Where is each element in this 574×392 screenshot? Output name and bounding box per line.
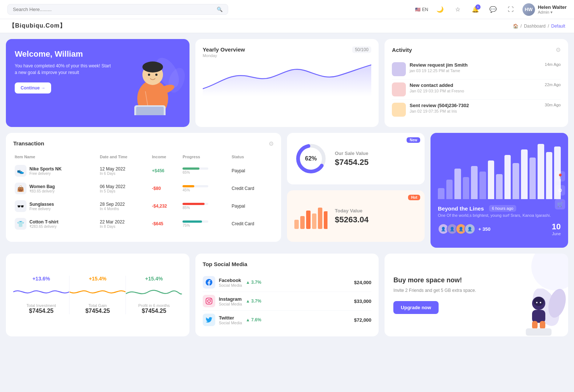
avatar-stack: 👤 👤 👤 👤 — [438, 223, 475, 234]
breadcrumb-dashboard[interactable]: Dashboard — [524, 24, 546, 29]
main-grid-row1: Welcome, William You have completed 40% … — [0, 33, 574, 133]
bar-item — [513, 163, 519, 199]
upgrade-title: Buy more space now! — [393, 276, 493, 284]
bar-item — [454, 169, 461, 199]
progress-bar-bg — [183, 220, 208, 223]
item-name: Nike Sports NK — [29, 166, 61, 172]
activity-text: New contact added Jan 02 19 03:10 PM at … — [410, 82, 541, 93]
bar-item — [546, 152, 553, 199]
svg-rect-24 — [532, 310, 545, 323]
welcome-illustration — [116, 39, 189, 127]
item-name: Sunglasses — [29, 202, 54, 207]
upgrade-button[interactable]: Upgrade now — [393, 301, 438, 314]
yearly-overview-card: Yearly Overview Monday 50/100 — [195, 39, 379, 127]
income-cell: -$80 — [150, 180, 181, 197]
item-cell: 👟 Nike Sports NK Free delivery — [13, 162, 98, 180]
date-badge: 10 June — [552, 222, 561, 236]
cart-icon[interactable]: 🛒 — [555, 199, 565, 209]
social-info: Facebook Social Media — [219, 278, 242, 287]
percent-label: 45% — [183, 188, 228, 192]
svg-rect-10 — [136, 107, 164, 115]
table-row: 🕶️ Sunglasses Free delivery 28 Sep 2022 … — [13, 197, 274, 215]
search-bar[interactable]: 🔍 — [7, 4, 228, 15]
yearly-progress: 50/100 — [352, 46, 372, 53]
item-days: In 4 Months — [100, 207, 149, 211]
social-sub: Social Media — [219, 283, 242, 287]
dark-mode-toggle[interactable]: 🌙 — [434, 4, 446, 15]
social-name: Twitter — [219, 315, 242, 321]
breadcrumb-current: Default — [551, 24, 565, 29]
percent-label: 65% — [183, 170, 228, 174]
activity-item-sub: Jan 02 19 03:10 PM at Fresno — [410, 89, 541, 93]
language-selector[interactable]: 🇺🇸 EN — [415, 7, 428, 12]
date-num: 10 — [552, 222, 561, 232]
map-pin-icon[interactable]: 📍 — [555, 171, 565, 181]
today-value: $5263.04 — [335, 215, 369, 225]
svg-point-29 — [540, 302, 541, 303]
activity-gear-icon[interactable]: ⚙ — [556, 46, 561, 53]
social-sub: Social Media — [219, 321, 242, 325]
svg-rect-18 — [318, 208, 322, 229]
income-cell: +$456 — [150, 162, 181, 180]
svg-point-23 — [534, 297, 544, 306]
hot-badge: Hot — [408, 195, 420, 200]
continue-button[interactable]: Continue → — [15, 82, 51, 93]
percent-label: 85% — [183, 206, 228, 210]
social-item: Twitter Social Media ▲ 7.6% $72,000 — [203, 311, 372, 329]
social-info: Instagram Social Media — [219, 296, 242, 306]
bar-item — [529, 158, 536, 199]
social-title: Top Social Media — [203, 261, 372, 267]
item-delivery: Free delivery — [29, 172, 61, 176]
sale-value-card: New 62% Our Sale Value $7454.25 — [287, 133, 425, 184]
social-value: $72,000 — [354, 317, 371, 323]
transaction-gear-icon[interactable]: ⚙ — [269, 140, 274, 147]
search-input[interactable] — [13, 7, 214, 12]
today-bar-chart — [294, 203, 327, 229]
yearly-subtitle: Monday — [203, 53, 245, 58]
social-item: Facebook Social Media ▲ 3.7% $24,000 — [203, 273, 372, 292]
item-delivery: ₹283.65 delivery — [29, 225, 59, 229]
activity-text: Review request jim Smith jan 03 19 12:25… — [410, 62, 541, 73]
svg-rect-14 — [294, 220, 299, 229]
activity-thumb — [392, 103, 406, 117]
item-date: 22 Mar 2022 — [100, 219, 149, 225]
bar-item — [463, 177, 470, 199]
chat-icon[interactable]: 💬 — [487, 4, 499, 15]
activity-thumb — [392, 62, 406, 76]
breadcrumb: 🏠 / Dashboard / Default — [513, 24, 565, 29]
user-menu[interactable]: HW Helen Walter Admin ▾ — [522, 3, 567, 16]
settings-icon[interactable]: ⚙ — [555, 185, 565, 195]
upgrade-sub: Invite 2 Friends and get 5 GB extra spac… — [393, 287, 493, 294]
col-date: Date and Time — [98, 152, 150, 162]
social-growth: ▲ 3.7% — [246, 299, 262, 304]
participant-count: + 350 — [478, 226, 490, 232]
status-cell: Credit Card — [230, 180, 274, 197]
new-badge: New — [407, 137, 420, 143]
home-icon[interactable]: 🏠 — [513, 24, 518, 29]
stat-item: +13.6% Total Investment $7454.25 — [13, 276, 70, 314]
stat-percent: +13.6% — [13, 276, 69, 282]
svg-rect-27 — [526, 328, 552, 336]
item-name: Women Bag — [29, 184, 55, 189]
item-cell: 👜 Women Bag ₹83.65 delivery — [13, 180, 98, 197]
stat-item: +15.4% Total Gain $7454.25 — [70, 276, 126, 314]
activity-item-title: New contact added — [410, 82, 541, 88]
notification-bell[interactable]: 🔔 1 — [470, 4, 481, 15]
transaction-table: Item Name Date and Time Income Progress … — [13, 152, 274, 233]
progress-bar-fill — [183, 220, 202, 223]
item-date: 28 Sep 2022 — [100, 202, 149, 207]
stat-wave-chart — [126, 285, 182, 299]
progress-bar-bg — [183, 185, 208, 187]
bar-item — [438, 188, 444, 199]
item-icon: 👜 — [15, 183, 26, 194]
activity-item-sub: jan 03 19 12:25 PM at Tame — [410, 68, 541, 73]
stat-wave-chart — [13, 285, 69, 299]
main-grid-row2: Transaction ⚙ Item Name Date and Time In… — [0, 133, 574, 248]
fullscreen-icon[interactable]: ⛶ — [505, 4, 517, 15]
progress-bar-bg — [183, 203, 208, 205]
today-value-card: Hot Today Value $5263.04 — [287, 190, 425, 242]
activity-item: New contact added Jan 02 19 03:10 PM at … — [392, 80, 561, 100]
bookmark-icon[interactable]: ☆ — [452, 4, 464, 15]
avatar: HW — [522, 3, 535, 16]
svg-point-5 — [142, 61, 163, 73]
